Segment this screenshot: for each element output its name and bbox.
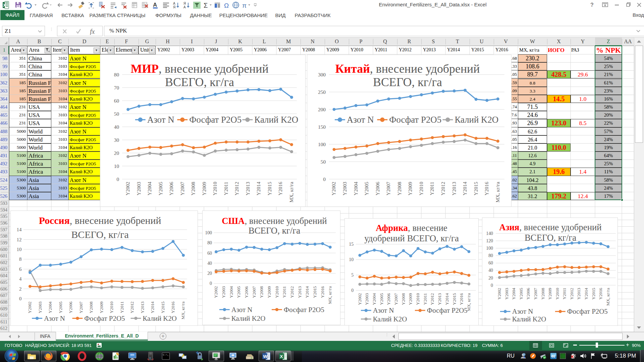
svg-text:40: 40 [114,124,119,130]
svg-text:12: 12 [17,237,22,242]
svg-text:Y2007: Y2007 [386,182,391,195]
svg-text:Y2003: Y2003 [364,293,369,305]
svg-text:Фосфат P2O5: Фосфат P2O5 [427,306,468,314]
svg-text:Y2010: Y2010 [419,182,424,195]
svg-text:А: А [173,2,175,5]
svg-text:Y2016: Y2016 [598,288,603,300]
svg-text:100: 100 [205,230,212,235]
svg-text:200: 200 [318,107,326,112]
svg-text:Y2009: Y2009 [547,288,552,300]
svg-text:MX, кг/га: MX, кг/га [495,182,500,202]
svg-text:Y2011: Y2011 [223,182,229,195]
svg-text:Y2006: Y2006 [244,286,249,298]
svg-text:Y2013: Y2013 [451,182,457,195]
svg-text:80: 80 [488,253,493,258]
svg-text:Y2010: Y2010 [415,293,420,305]
svg-text:Калий K2O: Калий K2O [143,314,177,322]
svg-text:X: X [280,354,283,359]
svg-text:А: А [183,5,186,9]
svg-text:2: 2 [19,286,21,292]
svg-text:150: 150 [318,124,326,130]
svg-text:Y2003: Y2003 [504,288,509,300]
svg-text:Y2008: Y2008 [89,301,94,313]
svg-text:Азот N: Азот N [347,115,374,125]
svg-text:30: 30 [114,137,119,143]
svg-text:Y2008: Y2008 [540,288,545,300]
svg-text:10: 10 [114,163,119,169]
svg-text:Y2002: Y2002 [497,288,502,300]
svg-text:Y2014: Y2014 [584,288,589,300]
svg-text:0: 0 [116,176,119,182]
svg-text:Россия, внесение удобрений: Россия, внесение удобрений [39,215,161,226]
svg-text:C:\_: C:\_ [163,354,169,356]
svg-text:250: 250 [318,89,326,95]
svg-text:Y2015: Y2015 [267,182,272,195]
svg-text:Y2006: Y2006 [386,293,391,305]
svg-text:Я: Я [173,5,175,9]
svg-text:Азот N: Азот N [373,306,394,314]
svg-text:Y2014: Y2014 [444,293,449,305]
svg-text:Y2006: Y2006 [68,301,73,313]
svg-text:Y2002: Y2002 [331,182,336,195]
svg-text:Y2005: Y2005 [519,288,524,300]
svg-text:Ω: Ω [224,2,229,9]
svg-text:Y2002: Y2002 [213,286,218,298]
svg-text:Y2016: Y2016 [320,286,325,298]
svg-text:Y2013: Y2013 [576,288,581,300]
svg-text:Y2012: Y2012 [234,182,239,195]
svg-text:Y2012: Y2012 [129,301,135,313]
svg-text:100: 100 [486,246,493,251]
svg-text:Азия, внесение удобрений: Азия, внесение удобрений [499,222,601,232]
svg-text:MX, кг/га: MX, кг/га [327,286,332,304]
svg-text:100: 100 [318,141,326,147]
svg-text:14: 14 [17,227,22,232]
svg-text:Y2013: Y2013 [245,182,251,195]
svg-text:Y2014: Y2014 [150,301,155,313]
svg-text:Y2006: Y2006 [526,288,531,300]
svg-text:?: ? [590,2,594,8]
svg-text:Y2009: Y2009 [267,286,272,298]
svg-text:Y2006: Y2006 [169,182,174,195]
svg-text:MX, кг/га: MX, кг/га [605,288,610,306]
svg-text:300: 300 [318,72,326,77]
svg-text:Калий K2O: Калий K2O [373,315,407,323]
svg-text:20: 20 [114,150,119,156]
svg-text:50: 50 [114,111,119,117]
svg-text:Y2010: Y2010 [274,286,279,298]
svg-text:6: 6 [19,266,22,272]
svg-text:0: 0 [323,176,326,182]
svg-text:Фосфат P2O5: Фосфат P2O5 [284,306,324,314]
svg-text:удобрений ВСЕГО, кг/га: удобрений ВСЕГО, кг/га [364,233,459,243]
svg-text:Африка, внесение: Африка, внесение [376,223,447,233]
svg-text:Y2007: Y2007 [533,288,538,300]
svg-text:Y2008: Y2008 [259,286,264,298]
svg-text:0: 0 [210,281,212,286]
svg-text:Y2007: Y2007 [180,182,185,195]
svg-text:Y2002: Y2002 [27,301,32,313]
svg-text:60: 60 [207,251,212,256]
svg-text:80: 80 [114,72,119,77]
svg-text:Я: Я [183,2,186,5]
svg-text:Y2007: Y2007 [393,293,398,305]
svg-text:20: 20 [488,276,493,281]
svg-text:Y2002: Y2002 [125,182,130,195]
svg-text:Y2015: Y2015 [591,288,596,300]
svg-text:46: 46 [551,354,555,358]
svg-text:Y2008: Y2008 [191,182,196,195]
svg-text:Калий K2O: Калий K2O [254,115,298,125]
svg-text:Y2002: Y2002 [357,293,362,305]
svg-text:ВСЕГО, кг/га: ВСЕГО, кг/га [71,229,128,240]
svg-text:0: 0 [351,288,354,293]
svg-text:50: 50 [321,159,326,165]
svg-text:Y2005: Y2005 [58,301,63,313]
svg-text:X: X [3,3,6,8]
svg-text:Азот N: Азот N [44,314,65,322]
svg-text:Y2016: Y2016 [459,293,464,305]
svg-text:Китай, внесение удобрений: Китай, внесение удобрений [335,62,480,75]
svg-text:Y2004: Y2004 [511,288,516,300]
svg-text:15: 15 [349,242,354,247]
svg-text:10: 10 [17,247,22,252]
svg-text:Азот N: Азот N [512,307,533,315]
svg-text:Y2009: Y2009 [99,301,104,313]
svg-text:Y2008: Y2008 [401,293,406,305]
